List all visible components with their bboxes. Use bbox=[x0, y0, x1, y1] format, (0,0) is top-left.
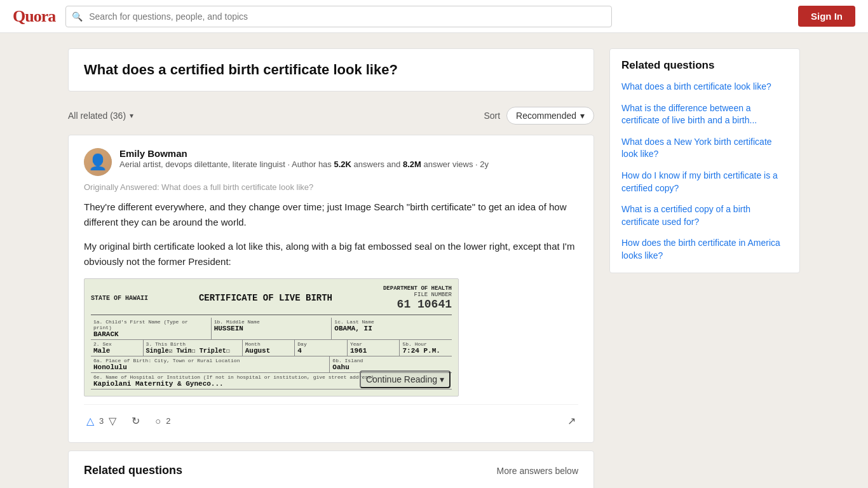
repost-icon bbox=[132, 415, 140, 427]
birth-certificate-image: STATE OF HAWAII CERTIFICATE OF LIVE BIRT… bbox=[84, 278, 459, 396]
sign-in-button[interactable]: Sign In bbox=[798, 6, 855, 27]
search-icon: 🔍 bbox=[72, 11, 83, 22]
content-area: What does a certified birth certificate … bbox=[68, 48, 594, 488]
cert-row-1: 1a. Child's First Name (Type or print) B… bbox=[91, 318, 452, 340]
cert-cell-year: Year 1961 bbox=[348, 340, 400, 356]
views-count: 8.2M bbox=[403, 159, 421, 169]
sidebar-link-1[interactable]: What does a birth certificate look like? bbox=[621, 81, 788, 93]
related-inline-card: Related questions More answers below Wha… bbox=[68, 451, 594, 488]
author-bio: Aerial artist, devops dilettante, litera… bbox=[119, 159, 578, 170]
main-container: What does a certified birth certificate … bbox=[53, 48, 815, 488]
originally-answered: Originally Answered: What does a full bi… bbox=[84, 182, 578, 192]
cert-cell-sex: 2. Sex Male bbox=[91, 340, 144, 356]
answer-card: Emily Bowman Aerial artist, devops dilet… bbox=[68, 135, 594, 443]
upvote-count: 3 bbox=[99, 416, 104, 426]
cert-cell-firstname: 1a. Child's First Name (Type or print) B… bbox=[91, 318, 212, 339]
header-right: Sign In bbox=[798, 6, 855, 27]
filter-bar: All related (36) ▾ Sort Recommended ▾ bbox=[68, 99, 594, 132]
answer-text-1: They're different everywhere, and they c… bbox=[84, 200, 578, 230]
cert-cell-lastname: 1c. Last Name OBAMA, II bbox=[332, 318, 452, 339]
answer-text-2: My original birth certificate looked a l… bbox=[84, 239, 578, 269]
cert-dept: DEPARTMENT OF HEALTH bbox=[383, 285, 452, 292]
cert-state: STATE OF HAWAII bbox=[91, 295, 148, 302]
answer-count: 5.2K bbox=[334, 159, 351, 169]
cert-title-block: CERTIFICATE OF LIVE BIRTH bbox=[148, 293, 383, 303]
cert-file-label: FILE NUMBER 61 10641 bbox=[383, 292, 452, 311]
upvote-icon bbox=[86, 415, 94, 427]
chevron-down-icon: ▾ bbox=[440, 374, 444, 384]
chevron-down-icon: ▾ bbox=[580, 111, 585, 121]
sidebar: Related questions What does a birth cert… bbox=[609, 48, 800, 488]
cert-header: STATE OF HAWAII CERTIFICATE OF LIVE BIRT… bbox=[91, 285, 452, 311]
comment-button[interactable] bbox=[153, 413, 163, 429]
comment-icon bbox=[155, 416, 161, 426]
comment-count: 2 bbox=[166, 416, 170, 426]
cert-cell-birth-type: 3. This Birth Single☑ Twin☐ Triplet☐ bbox=[144, 340, 243, 356]
cert-cell-middlename: 1b. Middle Name HUSSEIN bbox=[212, 318, 332, 339]
avatar bbox=[84, 148, 112, 176]
chevron-down-icon: ▾ bbox=[130, 111, 133, 120]
recommended-sort-button[interactable]: Recommended ▾ bbox=[506, 107, 594, 125]
repost-button[interactable] bbox=[129, 412, 142, 430]
sort-label: Sort bbox=[484, 111, 500, 121]
all-related-label[interactable]: All related (36) bbox=[68, 111, 126, 121]
cert-cell-city: 6a. Place of Birth: City, Town or Rural … bbox=[91, 356, 330, 372]
cert-row-2: 2. Sex Male 3. This Birth Single☑ Twin☐ … bbox=[91, 340, 452, 356]
sidebar-link-4[interactable]: How do I know if my birth certificate is… bbox=[621, 170, 788, 194]
sidebar-card: Related questions What does a birth cert… bbox=[609, 48, 800, 273]
recommended-label: Recommended bbox=[516, 111, 576, 121]
sidebar-heading: Related questions bbox=[621, 59, 788, 72]
question-box: What does a certified birth certificate … bbox=[68, 48, 594, 92]
upvote-button[interactable] bbox=[84, 412, 97, 430]
more-answers-label: More answers below bbox=[497, 466, 578, 476]
author-info: Emily Bowman Aerial artist, devops dilet… bbox=[119, 148, 578, 170]
related-inline-header: Related questions More answers below bbox=[84, 464, 578, 477]
author-row: Emily Bowman Aerial artist, devops dilet… bbox=[84, 148, 578, 176]
cert-cell-day: Day 4 bbox=[295, 340, 348, 356]
cert-file-number: 61 10641 bbox=[397, 298, 452, 311]
related-inline-title: Related questions bbox=[84, 464, 182, 477]
quora-logo: Quora bbox=[13, 7, 55, 26]
share-button[interactable] bbox=[565, 412, 578, 430]
filter-right: Sort Recommended ▾ bbox=[484, 107, 594, 125]
header: Quora 🔍 Sign In bbox=[0, 0, 868, 33]
cert-title: CERTIFICATE OF LIVE BIRTH bbox=[148, 293, 383, 303]
sidebar-link-2[interactable]: What is the difference between a certifi… bbox=[621, 102, 788, 127]
action-bar: 3 2 bbox=[84, 404, 578, 430]
continue-reading-button[interactable]: Continue Reading ▾ bbox=[360, 370, 451, 388]
repost-group bbox=[129, 412, 142, 430]
avatar-image bbox=[84, 148, 112, 176]
author-name[interactable]: Emily Bowman bbox=[119, 148, 578, 159]
sidebar-link-6[interactable]: How does the birth certificate in Americ… bbox=[621, 237, 788, 262]
cert-dept-block: DEPARTMENT OF HEALTH FILE NUMBER 61 1064… bbox=[383, 285, 452, 311]
share-icon bbox=[567, 415, 576, 427]
question-title: What does a certified birth certificate … bbox=[84, 62, 578, 78]
downvote-icon bbox=[109, 415, 116, 427]
search-bar-container: 🔍 bbox=[65, 6, 612, 27]
downvote-button[interactable] bbox=[106, 412, 119, 430]
filter-left: All related (36) ▾ bbox=[68, 111, 133, 121]
sidebar-link-3[interactable]: What does a New York birth certificate l… bbox=[621, 136, 788, 161]
cert-cell-hour: 5b. Hour 7:24 P.M. bbox=[400, 340, 452, 356]
upvote-group: 3 bbox=[84, 412, 119, 430]
cert-cell-month: Month August bbox=[243, 340, 295, 356]
sidebar-link-5[interactable]: What is a certified copy of a birth cert… bbox=[621, 203, 788, 228]
comment-group: 2 bbox=[153, 413, 170, 429]
search-input[interactable] bbox=[65, 6, 612, 27]
